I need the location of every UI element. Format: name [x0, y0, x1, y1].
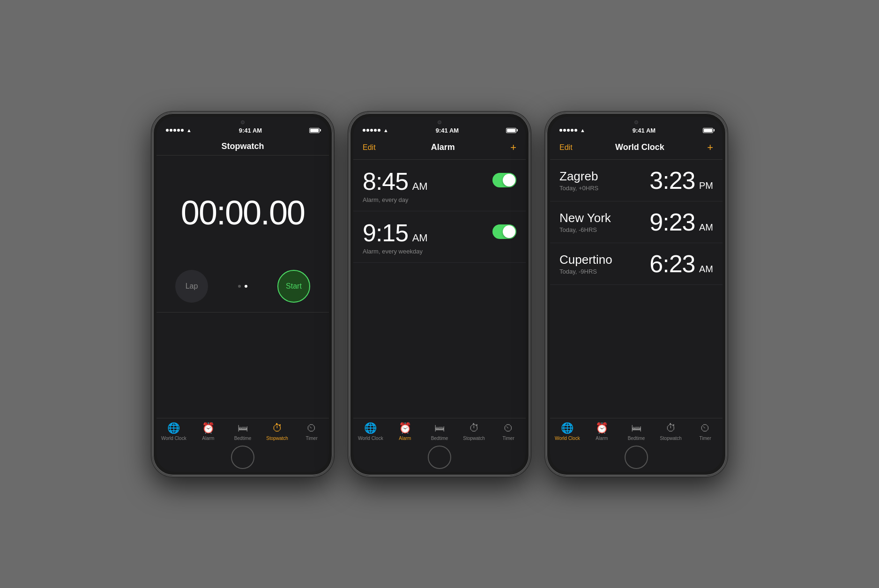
signal-bars-3 [559, 129, 577, 132]
alarm-time-1: 8:45 [363, 168, 408, 195]
wc-time-block-newyork: 9:23 AM [649, 208, 713, 236]
alarm-icon-2: ⏰ [399, 422, 411, 434]
alarm-header: Edit Alarm + [353, 136, 526, 160]
alarm-label-3: Alarm [596, 436, 608, 441]
battery-icon [309, 128, 320, 133]
alarm-nav-label-2: Alarm [399, 436, 411, 441]
alarm-item-2[interactable]: 9:15 AM Alarm, every weekday [353, 211, 526, 263]
timer-icon-1: ⏲ [306, 422, 317, 434]
nav-bedtime-2[interactable]: 🛏 Bedtime [425, 422, 454, 441]
alarm-toggle-2[interactable] [492, 224, 516, 239]
nav-timer-3[interactable]: ⏲ Timer [691, 422, 719, 441]
status-bar-3: ▲ 9:41 AM [550, 126, 723, 136]
alarm-item-1[interactable]: 8:45 AM Alarm, every day [353, 160, 526, 211]
wc-ampm-cupertino: AM [699, 264, 713, 274]
status-time: 9:41 AM [239, 127, 262, 134]
alarm-label-1: Alarm, every day [363, 196, 428, 203]
alarm-time-block-2: 9:15 AM Alarm, every weekday [363, 219, 428, 255]
stopwatch-display: 00:00.00 [156, 156, 329, 270]
nav-stopwatch-3[interactable]: ⏱ Stopwatch [657, 422, 685, 441]
nav-bar-1: 🌐 World Clock ⏰ Alarm 🛏 Bedtime ⏱ Stopwa… [156, 418, 329, 443]
worldclock-list: Zagreb Today, +0HRS 3:23 PM New York Tod… [550, 160, 723, 418]
status-left-3: ▲ [559, 127, 585, 133]
toggle-knob-1 [503, 174, 515, 186]
battery-icon-2 [506, 128, 516, 133]
home-button-3[interactable] [625, 446, 648, 469]
wc-city-block-cupertino: Cupertino Today, -9HRS [559, 253, 612, 275]
wc-time-block-zagreb: 3:23 PM [649, 166, 713, 194]
worldclock-add-button[interactable]: + [707, 141, 713, 154]
nav-stopwatch-2[interactable]: ⏱ Stopwatch [460, 422, 488, 441]
worldclock-edit-button[interactable]: Edit [559, 143, 573, 152]
worldclock-item-cupertino: Cupertino Today, -9HRS 6:23 AM [550, 243, 723, 285]
status-time-3: 9:41 AM [633, 127, 656, 134]
world-clock-label-1: World Clock [161, 436, 186, 441]
nav-timer-1[interactable]: ⏲ Timer [298, 422, 326, 441]
stopwatch-title: Stopwatch [221, 141, 264, 151]
toggle-knob-2 [503, 225, 515, 238]
nav-world-clock-1[interactable]: 🌐 World Clock [160, 422, 188, 441]
wc-offset-newyork: Today, -6HRS [559, 226, 611, 233]
nav-alarm-2[interactable]: ⏰ Alarm [391, 422, 419, 441]
nav-world-clock-3[interactable]: 🌐 World Clock [553, 422, 581, 441]
alarm-time-row-2: 9:15 AM [363, 219, 428, 247]
stopwatch-header: Stopwatch [156, 136, 329, 156]
status-time-2: 9:41 AM [436, 127, 459, 134]
alarm-label-2: Alarm, every weekday [363, 248, 428, 255]
worldclock-header: Edit World Clock + [550, 136, 723, 160]
alarm-content: 8:45 AM Alarm, every day 9:15 AM [353, 160, 526, 418]
phone-worldclock: ▲ 9:41 AM Edit World Clock + Zagreb Toda… [545, 112, 728, 477]
pagination-dots [238, 285, 247, 288]
nav-bedtime-1[interactable]: 🛏 Bedtime [229, 422, 257, 441]
worldclock-item-zagreb: Zagreb Today, +0HRS 3:23 PM [550, 160, 723, 201]
stopwatch-time: 00:00.00 [181, 194, 305, 232]
nav-bar-2: 🌐 World Clock ⏰ Alarm 🛏 Bedtime ⏱ Stopwa… [353, 418, 526, 443]
alarm-icon-3: ⏰ [596, 422, 608, 434]
nav-alarm-3[interactable]: ⏰ Alarm [588, 422, 616, 441]
nav-world-clock-2[interactable]: 🌐 World Clock [357, 422, 385, 441]
wc-time-cupertino: 6:23 [649, 250, 695, 277]
bedtime-icon-1: 🛏 [238, 422, 248, 434]
home-button-1[interactable] [231, 446, 254, 469]
alarm-label-1: Alarm [202, 436, 214, 441]
wc-time-block-cupertino: 6:23 AM [649, 250, 713, 278]
start-button[interactable]: Start [277, 270, 310, 303]
alarm-add-button[interactable]: + [510, 141, 516, 154]
alarm-toggle-1[interactable] [492, 173, 516, 187]
nav-stopwatch-1[interactable]: ⏱ Stopwatch [263, 422, 291, 441]
alarm-edit-button[interactable]: Edit [363, 143, 376, 152]
wifi-icon: ▲ [186, 127, 192, 133]
camera-dot-3 [634, 120, 638, 124]
nav-timer-2[interactable]: ⏲ Timer [494, 422, 522, 441]
nav-bar-3: 🌐 World Clock ⏰ Alarm 🛏 Bedtime ⏱ Stopwa… [550, 418, 723, 443]
nav-alarm-1[interactable]: ⏰ Alarm [194, 422, 222, 441]
wc-offset-cupertino: Today, -9HRS [559, 268, 612, 275]
wc-city-zagreb: Zagreb [559, 169, 598, 184]
bedtime-icon-3: 🛏 [631, 422, 641, 434]
camera-bar-2 [353, 117, 526, 126]
status-left: ▲ [166, 127, 192, 133]
signal-bars-2 [363, 129, 380, 132]
wc-time-zagreb: 3:23 [649, 167, 695, 194]
wc-time-newyork: 9:23 [649, 208, 695, 236]
wc-ampm-zagreb: PM [699, 180, 713, 191]
bedtime-label-2: Bedtime [431, 436, 448, 441]
camera-dot [241, 120, 245, 124]
stopwatch-content: 00:00.00 Lap Start [156, 156, 329, 418]
status-right-3 [703, 128, 713, 133]
stopwatch-nav-label-3: Stopwatch [660, 436, 682, 441]
world-clock-label-2: World Clock [358, 436, 383, 441]
alarm-title: Alarm [431, 142, 455, 152]
stopwatch-nav-label-2: Stopwatch [463, 436, 485, 441]
alarm-ampm-2: AM [412, 232, 428, 244]
lap-button[interactable]: Lap [175, 270, 208, 303]
alarm-icon-1: ⏰ [202, 422, 215, 434]
page-dot-2 [245, 285, 247, 288]
worldclock-item-newyork: New York Today, -6HRS 9:23 AM [550, 201, 723, 243]
status-bar-2: ▲ 9:41 AM [353, 126, 526, 136]
nav-bedtime-3[interactable]: 🛏 Bedtime [622, 422, 650, 441]
wifi-icon-3: ▲ [580, 127, 585, 133]
camera-bar [156, 117, 329, 126]
home-button-2[interactable] [428, 446, 451, 469]
status-right [309, 128, 320, 133]
